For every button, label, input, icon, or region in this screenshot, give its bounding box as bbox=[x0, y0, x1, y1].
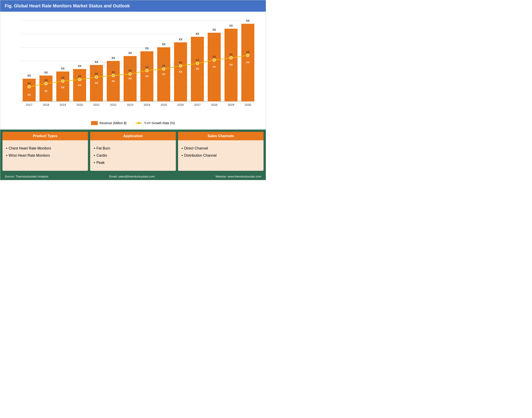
chart-section: The Industry Stats m a r k e t r e s e a… bbox=[0, 12, 266, 129]
product-types-list: Chest Heart Rate Monitors Wrist Heart Ra… bbox=[6, 145, 84, 159]
svg-text:XX: XX bbox=[44, 71, 48, 74]
list-item: Fat Burn bbox=[94, 145, 172, 152]
sales-channels-body: Direct Channel Distribution Channel bbox=[178, 140, 264, 164]
svg-text:2029: 2029 bbox=[228, 103, 234, 106]
chart-legend: Revenue (Million $) Y-oY Growth Rate (%) bbox=[7, 121, 259, 125]
list-item: Direct Channel bbox=[182, 145, 260, 152]
svg-text:XX: XX bbox=[213, 65, 216, 68]
svg-text:2028: 2028 bbox=[211, 103, 218, 106]
bottom-section: Product Types Chest Heart Rate Monitors … bbox=[0, 129, 266, 173]
svg-text:XX: XX bbox=[162, 73, 166, 76]
page-footer: Source: Theindustrystats Analysis Email:… bbox=[0, 173, 266, 180]
svg-text:XX: XX bbox=[27, 74, 31, 77]
svg-text:2019: 2019 bbox=[60, 103, 66, 106]
svg-text:2020: 2020 bbox=[76, 103, 83, 106]
svg-text:XX: XX bbox=[145, 47, 149, 50]
legend-revenue: Revenue (Million $) bbox=[91, 121, 127, 125]
svg-text:XX: XX bbox=[112, 80, 115, 82]
svg-text:2027: 2027 bbox=[194, 103, 201, 106]
list-item: Chest Heart Rate Monitors bbox=[6, 145, 84, 152]
svg-text:XX: XX bbox=[78, 65, 81, 68]
svg-text:XX: XX bbox=[28, 93, 31, 96]
svg-text:XX: XX bbox=[246, 51, 250, 53]
svg-text:XX: XX bbox=[229, 24, 233, 27]
list-item: Cardio bbox=[94, 152, 172, 159]
svg-text:2026: 2026 bbox=[177, 103, 184, 106]
dot-2019 bbox=[61, 80, 64, 82]
application-body: Fat Burn Cardio Peak bbox=[90, 140, 176, 171]
svg-text:XX: XX bbox=[246, 19, 250, 23]
svg-text:XX: XX bbox=[212, 28, 216, 31]
svg-text:XX: XX bbox=[28, 82, 31, 85]
svg-text:XX: XX bbox=[44, 90, 48, 92]
svg-text:2022: 2022 bbox=[110, 103, 117, 106]
footer-email: Email: sales@theindustrystats.com bbox=[109, 175, 155, 178]
svg-text:XX: XX bbox=[128, 52, 132, 55]
legend-revenue-label: Revenue (Million $) bbox=[100, 121, 127, 125]
sales-channels-list: Direct Channel Distribution Channel bbox=[182, 145, 260, 159]
sales-channels-header: Sales Channels bbox=[178, 132, 264, 140]
chart-container: The Industry Stats m a r k e t r e s e a… bbox=[7, 16, 259, 119]
svg-text:XX: XX bbox=[196, 59, 199, 61]
legend-growth: Y-oY Growth Rate (%) bbox=[135, 121, 175, 125]
svg-text:XX: XX bbox=[61, 86, 65, 89]
svg-text:2018: 2018 bbox=[43, 103, 49, 106]
svg-text:XX: XX bbox=[162, 64, 166, 67]
svg-text:XX: XX bbox=[196, 68, 199, 70]
legend-line-icon bbox=[135, 123, 142, 124]
svg-text:XX: XX bbox=[44, 79, 48, 81]
dot-2018 bbox=[45, 82, 47, 85]
footer-website: Website: www.theindustrystats.com bbox=[216, 175, 261, 178]
dot-2022 bbox=[112, 74, 115, 77]
dot-2030 bbox=[246, 54, 249, 57]
product-types-header: Product Types bbox=[2, 132, 88, 140]
dot-2025 bbox=[162, 68, 165, 70]
svg-text:XX: XX bbox=[179, 70, 182, 73]
svg-text:XX: XX bbox=[145, 75, 149, 78]
svg-text:XX: XX bbox=[230, 53, 233, 56]
legend-growth-label: Y-oY Growth Rate (%) bbox=[144, 121, 175, 125]
svg-text:XX: XX bbox=[230, 63, 233, 66]
svg-text:XX: XX bbox=[145, 66, 149, 69]
list-item: Peak bbox=[94, 159, 172, 166]
svg-text:XX: XX bbox=[78, 75, 81, 78]
svg-text:XX: XX bbox=[129, 77, 132, 80]
svg-text:XX: XX bbox=[213, 55, 216, 58]
svg-text:XX: XX bbox=[179, 61, 182, 64]
svg-text:XX: XX bbox=[95, 72, 98, 75]
svg-text:2023: 2023 bbox=[127, 103, 133, 106]
svg-text:XX: XX bbox=[246, 61, 250, 64]
dot-2017 bbox=[28, 85, 31, 88]
dot-2023 bbox=[129, 73, 132, 75]
page-header: Fig. Global Heart Rate Monitors Market S… bbox=[0, 0, 266, 12]
svg-text:XX: XX bbox=[95, 60, 98, 64]
svg-text:XX: XX bbox=[61, 67, 65, 70]
list-item: Wrist Heart Rate Monitors bbox=[6, 152, 84, 159]
application-header: Application bbox=[90, 132, 176, 140]
application-list: Fat Burn Cardio Peak bbox=[94, 145, 172, 166]
svg-text:XX: XX bbox=[129, 69, 132, 72]
footer-source: Source: Theindustrystats Analysis bbox=[5, 175, 48, 178]
svg-text:XX: XX bbox=[95, 81, 98, 84]
dot-2029 bbox=[230, 57, 232, 59]
dot-2027 bbox=[196, 62, 199, 65]
application-panel: Application Fat Burn Cardio Peak bbox=[90, 132, 176, 171]
svg-text:2030: 2030 bbox=[245, 103, 251, 106]
svg-text:XX: XX bbox=[111, 57, 115, 60]
dot-2020 bbox=[78, 78, 81, 81]
svg-text:2024: 2024 bbox=[144, 103, 150, 106]
dot-2026 bbox=[179, 65, 182, 67]
page-wrapper: Fig. Global Heart Rate Monitors Market S… bbox=[0, 0, 266, 180]
svg-text:2021: 2021 bbox=[93, 103, 100, 106]
legend-bar-icon bbox=[91, 121, 98, 125]
dot-2024 bbox=[145, 69, 148, 72]
list-item: Distribution Channel bbox=[182, 152, 260, 159]
dot-2021 bbox=[95, 76, 98, 79]
svg-text:XX: XX bbox=[78, 84, 81, 87]
product-types-body: Chest Heart Rate Monitors Wrist Heart Ra… bbox=[2, 140, 88, 164]
svg-text:2017: 2017 bbox=[26, 103, 33, 106]
sales-channels-panel: Sales Channels Direct Channel Distributi… bbox=[178, 132, 264, 171]
product-types-panel: Product Types Chest Heart Rate Monitors … bbox=[2, 132, 88, 171]
svg-text:XX: XX bbox=[195, 32, 199, 35]
svg-text:XX: XX bbox=[112, 71, 115, 73]
